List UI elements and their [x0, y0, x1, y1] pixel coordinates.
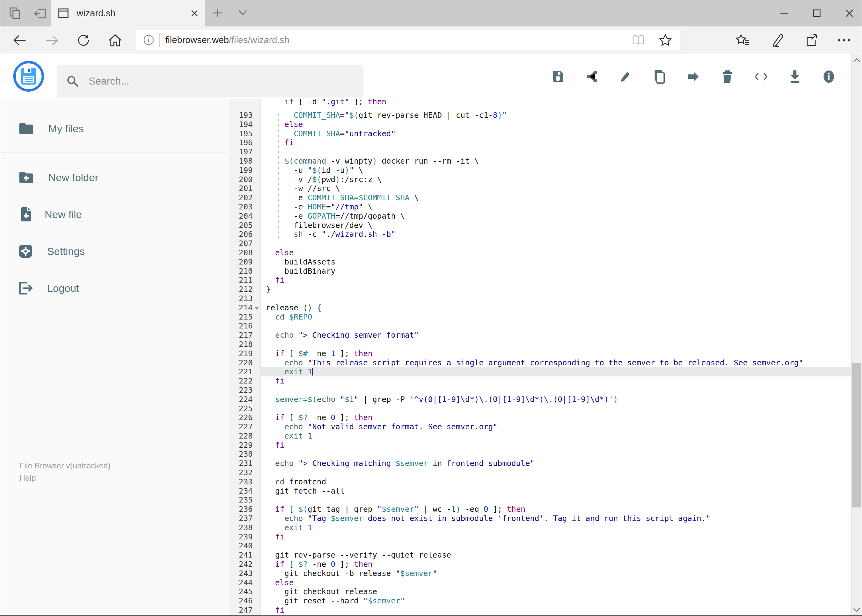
code-text[interactable]: if [ $? -ne 0 ]; then — [261, 413, 852, 422]
home-icon[interactable] — [108, 33, 122, 47]
filebrowser-logo[interactable] — [13, 61, 44, 92]
code-text[interactable]: -e COMMIT_SHA=$COMMIT_SHA \ — [261, 193, 852, 202]
sidebar-item-my-files[interactable]: My files — [0, 110, 230, 147]
code-text[interactable]: $(command -v winpty) docker run --rm -it… — [261, 157, 852, 166]
minimize-button[interactable] — [778, 8, 790, 19]
code-text[interactable]: release () { — [261, 303, 852, 313]
code-text[interactable]: else — [261, 578, 852, 588]
code-text[interactable]: -v /$(pwd):/src:z \ — [261, 175, 852, 184]
more-icon[interactable] — [837, 38, 851, 43]
code-text[interactable]: fi — [261, 532, 852, 542]
code-text[interactable]: if [ $(git tag | grep "$semver" | wc -l)… — [261, 504, 852, 514]
sidebar-item-new-file[interactable]: New file — [0, 196, 230, 233]
code-text[interactable]: } — [261, 285, 852, 294]
sidebar-item-new-folder[interactable]: New folder — [0, 159, 230, 196]
favorite-star-icon[interactable] — [659, 33, 672, 46]
scroll-down-icon[interactable] — [851, 604, 862, 615]
fold-arrow-icon[interactable] — [253, 303, 261, 313]
annotate-pen-icon[interactable] — [770, 33, 785, 47]
code-text[interactable]: echo "> Checking semver format" — [261, 331, 852, 340]
share-page-icon[interactable] — [804, 33, 818, 47]
scroll-up-icon[interactable] — [851, 55, 862, 66]
code-text[interactable]: echo "This release script requires a sin… — [261, 358, 852, 368]
code-text[interactable]: buildAssets — [261, 258, 852, 267]
code-text[interactable]: -u "$(id -u)" \ — [261, 166, 852, 175]
new-tab-icon[interactable] — [211, 7, 224, 19]
code-text[interactable]: git rev-parse --verify --quiet release — [261, 550, 852, 560]
save-icon[interactable] — [551, 70, 565, 83]
search-bar[interactable] — [57, 65, 364, 97]
copy-icon[interactable] — [653, 70, 666, 83]
code-text[interactable]: echo "> Checking matching $semver in fro… — [261, 459, 852, 468]
download-icon[interactable] — [788, 70, 802, 83]
help-link[interactable]: Help — [19, 472, 110, 484]
code-text[interactable] — [261, 147, 852, 157]
code-text[interactable] — [261, 239, 852, 248]
code-text[interactable]: -e HOME="//tmp" \ — [261, 202, 852, 212]
code-text[interactable]: COMMIT_SHA="untracked" — [261, 129, 852, 138]
code-text[interactable]: exit 1 — [261, 432, 852, 441]
code-text[interactable]: cd frontend — [261, 477, 852, 487]
code-text[interactable]: git checkout release — [261, 587, 852, 596]
code-text[interactable]: else — [261, 248, 852, 258]
sidebar-item-logout[interactable]: Logout — [0, 270, 230, 306]
code-text[interactable] — [261, 321, 852, 331]
code-text[interactable]: cd $REPO — [261, 313, 852, 322]
code-text[interactable] — [261, 495, 852, 504]
move-icon[interactable] — [687, 70, 700, 83]
code-text[interactable]: echo "Tag $semver does not exist in subm… — [261, 514, 852, 523]
code-text[interactable]: COMMIT_SHA="$(git rev-parse HEAD | cut -… — [261, 111, 852, 120]
code-text[interactable]: buildBinary — [261, 267, 852, 276]
code-text[interactable] — [261, 468, 852, 477]
sidebar-item-settings[interactable]: Settings — [0, 233, 230, 270]
tab-menu-chevron-icon[interactable] — [236, 9, 249, 17]
code-text[interactable]: filebrowser/dev \ — [261, 221, 852, 230]
code-text[interactable]: fi — [261, 138, 852, 147]
url-field[interactable]: filebrowser.web/files/wizard.sh — [136, 30, 681, 50]
favorites-list-icon[interactable] — [736, 33, 750, 47]
code-text[interactable]: -e GOPATH=//tmp/gopath \ — [261, 212, 852, 221]
info-icon[interactable] — [822, 70, 835, 83]
code-text[interactable]: fi — [261, 441, 852, 450]
share-icon[interactable] — [585, 70, 599, 83]
browser-tab[interactable]: wizard.sh — [51, 0, 205, 27]
close-window-button[interactable] — [844, 8, 855, 19]
code-text[interactable] — [261, 404, 852, 413]
code-text[interactable]: if [ $# -ne 1 ]; then — [261, 349, 852, 358]
set-tabs-aside-icon[interactable] — [33, 7, 47, 20]
code-text[interactable] — [261, 340, 852, 349]
code-text[interactable]: fi — [261, 275, 852, 285]
code-text[interactable]: exit 1 — [261, 523, 852, 532]
code-text[interactable] — [261, 449, 852, 459]
code-text[interactable]: sh -c "./wizard.sh -b" — [261, 230, 852, 239]
code-text[interactable]: fi — [261, 376, 852, 386]
search-input[interactable] — [88, 75, 354, 87]
raw-code-icon[interactable] — [754, 70, 768, 83]
tab-preview-icon[interactable] — [9, 7, 22, 20]
code-editor[interactable]: if [ -d ".git" ]; then193 COMMIT_SHA="$(… — [230, 99, 852, 616]
code-text[interactable]: echo "Not valid semver format. See semve… — [261, 422, 852, 432]
code-text[interactable]: exit 1 — [261, 367, 852, 376]
code-text[interactable]: else — [261, 120, 852, 129]
code-text[interactable] — [261, 386, 852, 395]
code-text[interactable]: -w //src \ — [261, 184, 852, 193]
forward-icon[interactable] — [45, 34, 59, 47]
site-info-icon[interactable] — [142, 33, 155, 46]
code-text[interactable]: if [ $? -ne 0 ]; then — [261, 560, 852, 569]
maximize-button[interactable] — [811, 8, 822, 19]
scrollbar-thumb[interactable] — [852, 363, 861, 508]
edit-icon[interactable] — [619, 70, 632, 83]
page-scrollbar[interactable] — [851, 54, 862, 616]
code-text[interactable]: git reset --hard "$semver" — [261, 596, 852, 605]
close-tab-icon[interactable] — [190, 9, 199, 18]
code-text[interactable]: if [ -d ".git" ]; then — [261, 99, 852, 107]
refresh-icon[interactable] — [77, 33, 90, 47]
delete-icon[interactable] — [720, 70, 734, 83]
code-text[interactable] — [261, 294, 852, 303]
code-text[interactable]: semver=$(echo "$1" | grep -P '^v(0|[1-9]… — [261, 395, 852, 404]
code-text[interactable]: fi — [261, 605, 852, 615]
back-icon[interactable] — [13, 34, 27, 47]
code-text[interactable]: git checkout -b release "$semver" — [261, 569, 852, 578]
code-text[interactable] — [261, 541, 852, 550]
code-text[interactable]: git fetch --all — [261, 487, 852, 496]
